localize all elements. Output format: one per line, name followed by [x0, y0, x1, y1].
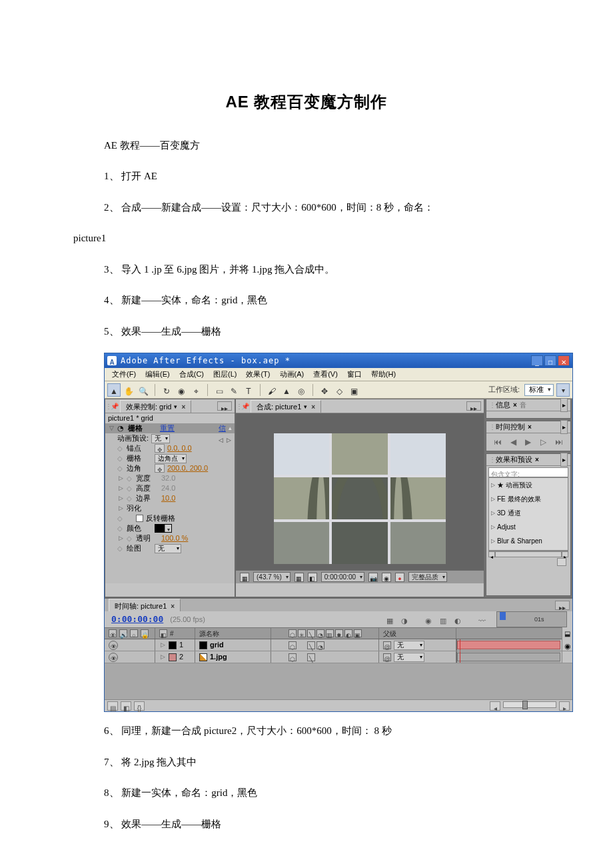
tree-scrollbar[interactable]: ◂ ▸ [488, 551, 568, 557]
row-scroll[interactable]: ◉ [562, 639, 572, 651]
tl-icon-2[interactable]: ◑ [399, 614, 410, 625]
tl-icon-1[interactable]: ▦ [384, 614, 395, 625]
menu-help[interactable]: 帮助(H) [366, 366, 400, 383]
workspace-select[interactable]: 标准 [524, 384, 554, 396]
tab-dropdown-icon[interactable]: ▾ [304, 401, 307, 413]
label-col-icon[interactable]: ◧ [159, 629, 167, 637]
cti-indicator[interactable] [500, 612, 506, 620]
next-key-icon[interactable]: ▷ [225, 435, 232, 443]
close-tab-icon[interactable]: × [535, 453, 539, 466]
layer-track[interactable] [456, 639, 560, 651]
resolution-select[interactable]: 完整品质 [408, 572, 447, 582]
scroll-right-icon[interactable]: ▸ [562, 551, 568, 557]
border-value[interactable]: 10.0 [161, 491, 175, 505]
expand-icon[interactable]: ⬓ [562, 627, 572, 640]
layer-name-cell[interactable]: grid [195, 639, 271, 651]
pen-tool-icon[interactable]: ✎ [227, 383, 241, 397]
viewer-snapshot-icon[interactable]: 📷 [368, 573, 378, 582]
tl-foot-icon-1[interactable]: ▤ [107, 701, 118, 711]
prev-frame-icon[interactable]: ◀ [510, 435, 516, 450]
tree-item[interactable]: ▷FE 最终的效果 [489, 492, 568, 506]
viewer-region-icon[interactable]: ◉ [382, 573, 391, 582]
close-tab-icon[interactable]: × [513, 399, 517, 411]
visibility-toggle[interactable]: 👁 [109, 641, 118, 650]
panel-menu-icon[interactable]: ▸ [560, 420, 568, 434]
next-frame-icon[interactable]: ▷ [540, 435, 546, 450]
parent-select[interactable]: 无 [394, 641, 424, 650]
scroll-track[interactable] [495, 551, 562, 557]
snap-icon-2[interactable]: ◇ [332, 383, 346, 397]
timeline-layer-row[interactable]: 👁 1 grid ⬡ ╲ ◔ @ [105, 639, 572, 651]
effects-presets-tab[interactable]: 效果和预设 [496, 453, 532, 467]
minimize-button[interactable]: _ [531, 355, 543, 366]
viewer-grid-icon[interactable]: ▦ [240, 573, 249, 582]
video-col-icon[interactable]: 👁 [109, 629, 117, 637]
hand-tool-icon[interactable]: ✋ [122, 383, 135, 397]
visibility-toggle[interactable]: 👁 [109, 653, 118, 662]
quality-icon[interactable]: ╲ [307, 629, 315, 637]
timeline-layer-row[interactable]: 👁 2 1.jpg ⬡ ╲ @ [105, 651, 572, 663]
zoom-select[interactable]: (43.7 %) [253, 572, 291, 582]
preset-select[interactable]: 无 [151, 434, 170, 443]
fx-icon[interactable]: ◔ [316, 629, 324, 637]
zoom-in-icon[interactable]: ▸ [559, 701, 570, 711]
shy-icon[interactable]: ⬡ [289, 629, 297, 637]
toolbar-menu-icon[interactable]: ▾ [556, 383, 570, 397]
time-ruler[interactable]: 01s [496, 611, 567, 627]
menu-file[interactable]: 文件(F) [107, 366, 141, 383]
adjustment-icon[interactable]: ◐ [344, 629, 352, 637]
tab-dropdown-icon[interactable]: ▾ [174, 401, 177, 413]
pickwhip-icon[interactable]: @ [383, 653, 391, 661]
panel-menu-icon[interactable]: ▸ [560, 398, 568, 412]
time-display[interactable]: 0:00:00:00 [321, 572, 364, 582]
orbit-tool-icon[interactable]: ◉ [175, 383, 188, 397]
layer-bar[interactable] [457, 641, 560, 649]
menu-composition[interactable]: 合成(C) [175, 366, 209, 383]
first-frame-icon[interactable]: ⏮ [494, 435, 502, 450]
menu-effect[interactable]: 效果(T) [241, 366, 275, 383]
close-tab-icon[interactable]: × [311, 401, 315, 413]
new-folder-icon[interactable] [557, 558, 566, 566]
snap-icon-1[interactable]: ✥ [318, 383, 331, 397]
play-icon[interactable]: ▶ [525, 435, 531, 450]
snap-icon-3[interactable]: ▣ [347, 383, 360, 397]
restore-button[interactable]: □ [544, 355, 556, 366]
current-time[interactable]: 0:00:00:00 [105, 611, 170, 628]
close-tab-icon[interactable]: × [528, 421, 532, 433]
paint-select[interactable]: 无 [155, 544, 181, 553]
preset-search-input[interactable]: 包含文字: [488, 467, 568, 477]
text-tool-icon[interactable]: T [242, 383, 255, 397]
zoom-slider[interactable] [503, 701, 556, 708]
info-link[interactable]: 信 [219, 421, 226, 435]
panel-menu-icon[interactable]: ▸ [560, 453, 568, 467]
tree-item[interactable]: ▷Adjust [489, 520, 568, 534]
zoom-tool-icon[interactable]: 🔍 [137, 383, 150, 397]
zoom-knob[interactable] [522, 701, 528, 709]
stopwatch-icon[interactable]: ◇ [117, 542, 124, 555]
scroll-left-icon[interactable]: ◂ [488, 551, 495, 557]
frame-blend-icon[interactable]: ▥ [326, 629, 334, 637]
shy-toggle[interactable]: ⬡ [289, 641, 297, 649]
layer-color-swatch[interactable] [169, 641, 177, 649]
disclosure-triangle-icon[interactable] [108, 423, 115, 434]
pin-icon[interactable]: 📌 [240, 400, 251, 413]
menu-window[interactable]: 窗口 [342, 366, 366, 383]
close-tab-icon[interactable]: × [171, 600, 175, 613]
viewer-channel-icon[interactable]: ▦ [295, 573, 304, 582]
parent-select[interactable]: 无 [394, 653, 424, 662]
brush-tool-icon[interactable]: 🖌 [265, 383, 279, 397]
shy-toggle[interactable]: ⬡ [289, 653, 297, 661]
tl-foot-icon-3[interactable]: {} [134, 701, 145, 711]
menu-layer[interactable]: 图层(L) [209, 366, 241, 383]
motion-blur-icon[interactable]: ✹ [335, 629, 343, 637]
collapse-icon[interactable]: ✳ [298, 629, 306, 637]
3d-icon[interactable]: ▣ [354, 629, 362, 637]
tl-icon-5[interactable]: ◐ [452, 614, 463, 625]
viewer-color-icon[interactable]: ● [395, 573, 404, 582]
layer-color-swatch[interactable] [169, 653, 177, 661]
menu-animation[interactable]: 动画(A) [275, 366, 309, 383]
tl-icon-graph[interactable]: 〰 [476, 614, 487, 625]
time-controls-tab[interactable]: 时间控制 [496, 420, 525, 434]
prev-key-icon[interactable]: ◁ [217, 435, 224, 443]
quality-toggle[interactable]: ╲ [307, 641, 315, 649]
